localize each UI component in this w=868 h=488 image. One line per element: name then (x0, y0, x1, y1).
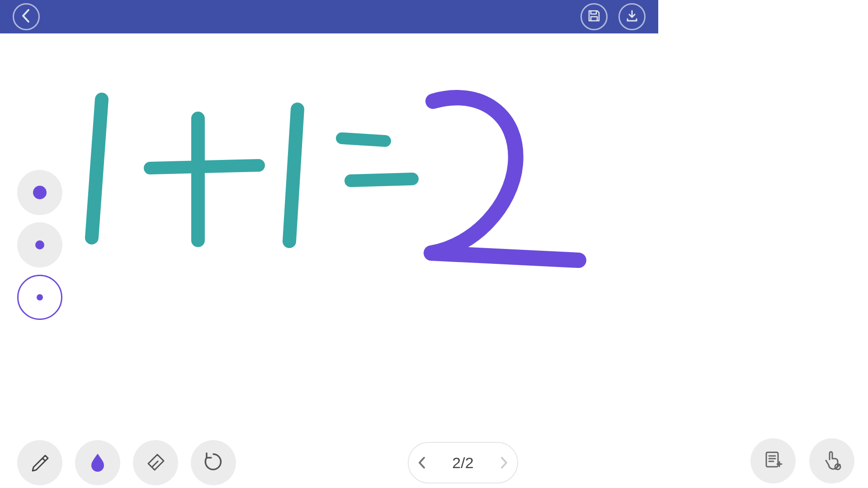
stroke-size-large[interactable] (17, 170, 62, 215)
drawing-strokes (0, 33, 658, 369)
download-button[interactable] (618, 3, 646, 30)
chevron-left-icon (20, 8, 32, 25)
save-button[interactable] (580, 3, 608, 30)
dot-icon (35, 240, 44, 249)
top-right-actions (580, 3, 646, 30)
top-bar (0, 0, 658, 33)
dot-icon (33, 186, 47, 199)
drawing-canvas[interactable]: 2/2 (0, 33, 658, 369)
download-icon (625, 9, 639, 24)
stroke-size-medium[interactable] (17, 222, 62, 267)
stroke-size-picker (17, 170, 62, 320)
stroke-size-small[interactable] (17, 275, 62, 320)
save-icon (587, 9, 601, 24)
back-button[interactable] (13, 3, 40, 30)
dot-icon (37, 294, 43, 300)
